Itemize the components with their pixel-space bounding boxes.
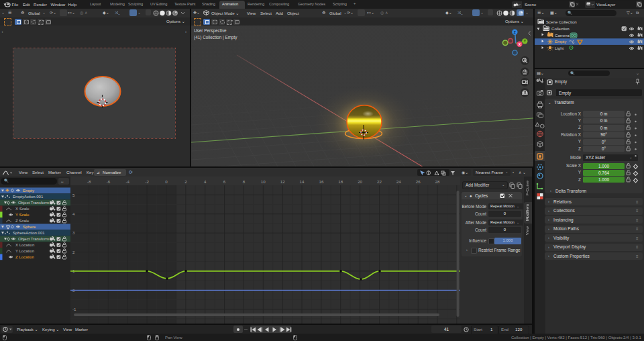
svg-text:Z Scale: Z Scale — [15, 219, 30, 223]
svg-text:2: 2 — [72, 250, 75, 254]
svg-text:Y Scale: Y Scale — [15, 213, 30, 217]
svg-text:12: 12 — [280, 179, 285, 184]
svg-text:Empty: Empty — [23, 189, 34, 193]
svg-text:4: 4 — [72, 211, 75, 216]
svg-text:5: 5 — [72, 193, 75, 197]
svg-text:18: 18 — [338, 179, 343, 184]
svg-text:X Location: X Location — [15, 243, 34, 247]
svg-text:Z Location: Z Location — [15, 255, 34, 259]
svg-text:2: 2 — [184, 179, 187, 184]
svg-text:Sphere: Sphere — [23, 225, 36, 229]
svg-text:Y Location: Y Location — [15, 249, 34, 253]
svg-text:Z: Z — [514, 30, 516, 34]
svg-text:0: 0 — [165, 179, 168, 184]
svg-text:3: 3 — [72, 230, 75, 235]
svg-text:-8: -8 — [87, 179, 91, 184]
svg-text:26: 26 — [416, 179, 421, 184]
svg-text:16: 16 — [319, 179, 323, 184]
svg-text:X Scale: X Scale — [15, 207, 30, 211]
svg-text:SphereAction.001: SphereAction.001 — [13, 231, 45, 235]
svg-text:Light: Light — [555, 46, 564, 50]
svg-text:Empty: Empty — [555, 39, 567, 44]
svg-text:22: 22 — [377, 179, 382, 184]
svg-text:Scene Collection: Scene Collection — [546, 19, 577, 24]
svg-text:8: 8 — [243, 179, 246, 184]
svg-text:-4: -4 — [126, 179, 130, 184]
svg-text:20: 20 — [358, 179, 362, 184]
svg-text:Collection: Collection — [551, 26, 570, 31]
svg-text:14: 14 — [300, 179, 305, 184]
svg-text:10: 10 — [261, 179, 266, 184]
svg-text:4: 4 — [204, 179, 207, 184]
svg-text:Object Transform: Object Transform — [18, 237, 49, 241]
svg-text:6: 6 — [223, 179, 226, 184]
svg-text:28: 28 — [435, 179, 440, 184]
svg-text:-2: -2 — [145, 179, 149, 184]
svg-text:-6: -6 — [107, 179, 111, 184]
svg-text:24: 24 — [396, 179, 401, 184]
svg-text:Object Transform: Object Transform — [18, 201, 49, 205]
svg-text:EmptyAction.001: EmptyAction.001 — [13, 195, 43, 199]
svg-text:-1: -1 — [72, 307, 76, 311]
svg-text:Camera: Camera — [555, 33, 570, 38]
